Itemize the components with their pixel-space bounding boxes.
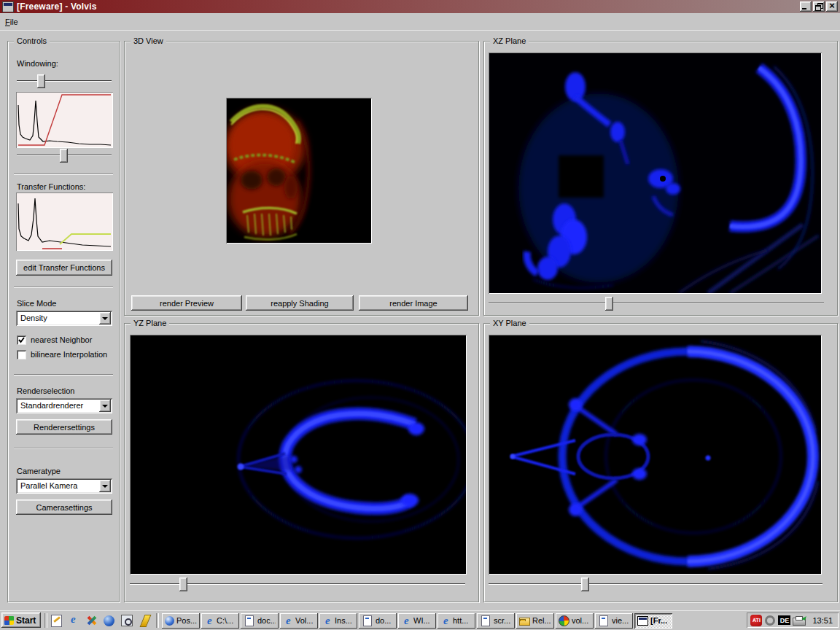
taskbar-task[interactable]: vie...: [595, 613, 633, 629]
view3d-group: 3D View: [124, 41, 479, 316]
quick-launch: [50, 612, 152, 629]
taskbar-task[interactable]: Vol...: [280, 613, 318, 629]
taskbar-task[interactable]: vol...: [556, 613, 594, 629]
ie-icon[interactable]: [68, 614, 81, 627]
slider-track[interactable]: [489, 583, 822, 584]
window-title: [Freeware] - Volvis: [17, 1, 97, 12]
slider-track[interactable]: [489, 303, 824, 303]
window-icon: [637, 616, 648, 626]
slice-mode-combobox[interactable]: Density: [16, 311, 112, 326]
ie-icon: [401, 615, 411, 626]
utility-tray-icon[interactable]: [765, 615, 775, 626]
menu-file[interactable]: File: [0, 16, 23, 28]
view3d-canvas[interactable]: [226, 98, 372, 244]
taskbar-task[interactable]: Ins...: [319, 613, 357, 629]
yz-plane-group: YZ Plane: [124, 323, 479, 602]
keyboard-language-indicator[interactable]: DE: [778, 615, 790, 625]
photopaint-icon: [165, 616, 174, 626]
edit-transfer-functions-button[interactable]: edit Transfer Functions: [16, 260, 112, 276]
xz-slider[interactable]: [489, 297, 824, 311]
render-image-button[interactable]: render Image: [359, 295, 468, 311]
windows-flag-icon: [4, 616, 14, 625]
yz-plane-view[interactable]: [130, 335, 467, 575]
taskbar-task[interactable]: WI...: [398, 613, 436, 629]
windowing-slider-top[interactable]: [17, 74, 112, 88]
desktop: [Freeware] - Volvis File Controls Window…: [0, 0, 840, 630]
chevron-down-icon[interactable]: [99, 312, 111, 324]
start-button[interactable]: Start: [1, 612, 41, 628]
cameratype-label: Cameratype: [17, 467, 61, 475]
slice-mode-label: Slice Mode: [17, 299, 56, 308]
separator: [14, 174, 113, 174]
doc-icon: [363, 615, 372, 626]
restore-icon[interactable]: [813, 1, 825, 12]
reapply-shading-button[interactable]: reapply Shading: [246, 295, 354, 311]
minimize-icon[interactable]: [800, 1, 812, 12]
slider-thumb[interactable]: [605, 297, 613, 311]
app-icon[interactable]: [2, 1, 14, 12]
slider-thumb[interactable]: [581, 578, 589, 591]
pinwheel-icon: [559, 615, 569, 626]
xy-plane-view[interactable]: [489, 335, 822, 575]
client-area: Controls Windowing: Transfer Functions:: [0, 30, 840, 612]
close-icon[interactable]: [826, 1, 838, 12]
renderer-combobox[interactable]: Standardrenderer: [16, 398, 112, 413]
task-buttons: Pos... C:\... doc... Vol... Ins... do...…: [162, 611, 672, 630]
slider-thumb[interactable]: [179, 578, 187, 591]
swoosh-icon[interactable]: [104, 615, 114, 626]
color-x-icon[interactable]: [85, 614, 98, 627]
window-controls: [800, 1, 838, 12]
view3d-group-title: 3D View: [131, 36, 166, 46]
taskbar-task[interactable]: do...: [359, 613, 397, 629]
checkbox-box[interactable]: [17, 350, 26, 359]
slider-thumb[interactable]: [37, 74, 45, 88]
taskbar-task[interactable]: Pos...: [162, 613, 200, 629]
taskbar-task[interactable]: htt...: [438, 613, 475, 629]
system-tray: ATI DE 13:51: [747, 612, 839, 628]
ati-tray-icon[interactable]: ATI: [750, 615, 762, 626]
window-titlebar[interactable]: [Freeware] - Volvis: [0, 0, 840, 13]
taskbar-task[interactable]: [Fr...: [634, 613, 672, 629]
separator: [14, 287, 113, 287]
ie-icon: [322, 615, 332, 626]
taskbar-divider: [156, 613, 159, 628]
xy-plane-title: XY Plane: [490, 318, 529, 328]
doc-icon: [599, 615, 608, 626]
magnifier-icon[interactable]: [121, 615, 133, 626]
printer-tray-icon[interactable]: [793, 618, 806, 626]
checkbox-box[interactable]: [17, 335, 26, 345]
slider-track[interactable]: [17, 80, 112, 81]
xy-slider[interactable]: [489, 578, 822, 591]
edit-doc-icon[interactable]: [51, 615, 62, 627]
separator: [14, 448, 113, 448]
camera-combobox[interactable]: Parallel Kamera: [16, 478, 112, 494]
taskbar-task[interactable]: scr...: [477, 613, 515, 629]
camerasettings-button[interactable]: Camerasettings: [16, 499, 112, 515]
checkmark-icon: [18, 337, 25, 343]
controls-group-title: Controls: [14, 36, 50, 46]
windowing-slider-bottom[interactable]: [17, 149, 112, 163]
separator: [14, 374, 113, 375]
chevron-down-icon[interactable]: [99, 480, 111, 492]
taskbar-task[interactable]: Rel...: [516, 613, 554, 629]
nearest-neighbor-checkbox[interactable]: nearest Neighbor: [17, 335, 92, 345]
taskbar-task[interactable]: doc...: [241, 613, 279, 629]
windowing-label: Windowing:: [17, 59, 58, 68]
ie-icon: [204, 615, 214, 626]
clock[interactable]: 13:51: [812, 616, 833, 625]
doc-icon: [481, 615, 490, 626]
slider-thumb[interactable]: [60, 149, 68, 163]
taskbar: Start Pos... C:\... doc... Vol... Ins...…: [0, 610, 840, 630]
xz-plane-group: XZ Plane: [483, 41, 838, 316]
folder-icon: [519, 618, 530, 626]
bilinear-interpolation-checkbox[interactable]: bilineare Interpolation: [17, 349, 107, 359]
taskbar-task[interactable]: C:\...: [201, 613, 239, 629]
yz-slider[interactable]: [130, 578, 465, 591]
chevron-down-icon[interactable]: [99, 400, 111, 412]
render-preview-button[interactable]: render Preview: [131, 295, 242, 311]
renderersettings-button[interactable]: Renderersettings: [16, 419, 112, 435]
bolt-icon[interactable]: [140, 615, 152, 627]
controls-group: Controls Windowing: Transfer Functions:: [7, 41, 120, 602]
yz-plane-title: YZ Plane: [131, 318, 169, 328]
xz-plane-view[interactable]: [489, 52, 822, 294]
